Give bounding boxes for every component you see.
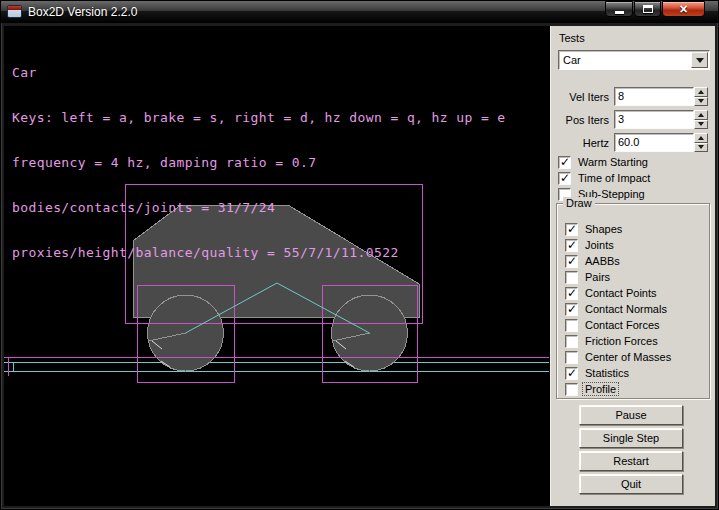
checkbox-joints[interactable]: Joints [565, 238, 616, 252]
pos-iters-increment-button[interactable] [694, 110, 708, 120]
pos-iters-decrement-button[interactable] [694, 120, 708, 130]
checkbox-label: Joints [583, 239, 616, 251]
checkbox-label: Center of Masses [583, 351, 673, 363]
proxies-stats-text: proxies/height/balance/quality = 55/7/1/… [12, 245, 506, 260]
checkbox-box-icon [565, 271, 578, 284]
single-step-button[interactable]: Single Step [579, 428, 683, 448]
checkbox-label: Contact Points [583, 287, 659, 299]
checkbox-box-icon [565, 255, 578, 268]
bodies-stats-text: bodies/contacts/joints = 31/7/24 [12, 200, 506, 215]
draw-groupbox: Draw Shapes Joints AABBs Pairs [556, 203, 710, 399]
restart-button[interactable]: Restart [579, 451, 683, 471]
app-icon [7, 5, 22, 18]
up-arrow-icon [698, 90, 704, 94]
window-content: Car Keys: left = a, brake = s, right = d… [4, 26, 715, 506]
vel-iters-label: Vel Iters [552, 91, 614, 103]
tests-label: Tests [559, 32, 585, 44]
checkbox-label: Warm Starting [576, 156, 650, 168]
debug-text-overlay: Car Keys: left = a, brake = s, right = d… [12, 35, 506, 290]
checkbox-box-icon [558, 172, 571, 185]
checkbox-box-icon [565, 239, 578, 252]
control-panel: Tests Car Vel Iters 8 Pos Iters 3 [549, 26, 715, 506]
hertz-increment-button[interactable] [694, 133, 708, 143]
up-arrow-icon [698, 113, 704, 117]
app-window: Box2D Version 2.2.0 Car Keys: left = a, … [0, 0, 719, 510]
checkbox-box-icon [565, 335, 578, 348]
checkbox-box-icon [565, 223, 578, 236]
checkbox-contact-points[interactable]: Contact Points [565, 286, 659, 300]
titlebar[interactable]: Box2D Version 2.2.0 [1, 1, 718, 23]
checkbox-label: AABBs [583, 255, 622, 267]
frequency-text: frequency = 4 hz, damping ratio = 0.7 [12, 155, 506, 170]
hertz-decrement-button[interactable] [694, 143, 708, 153]
minimize-icon [615, 11, 624, 14]
down-arrow-icon [698, 122, 704, 126]
vel-iters-increment-button[interactable] [694, 87, 708, 97]
checkbox-label: Statistics [583, 367, 631, 379]
pos-iters-spinner: Pos Iters 3 [552, 110, 712, 129]
checkbox-time-of-impact[interactable]: Time of Impact [558, 171, 652, 185]
draw-group-label: Draw [563, 197, 595, 209]
vel-iters-spinner: Vel Iters 8 [552, 87, 712, 106]
checkbox-statistics[interactable]: Statistics [565, 366, 631, 380]
checkbox-label: Profile [583, 383, 618, 395]
window-title: Box2D Version 2.2.0 [28, 5, 137, 19]
vel-iters-arrows [694, 87, 708, 106]
ground-edges [4, 362, 549, 372]
close-icon [679, 0, 687, 18]
keys-help-text: Keys: left = a, brake = s, right = d, hz… [12, 110, 506, 125]
test-select[interactable]: Car [558, 50, 710, 70]
checkbox-shapes[interactable]: Shapes [565, 222, 624, 236]
checkbox-box-icon [565, 367, 578, 380]
hertz-spinner: Hertz 60.0 [552, 133, 712, 152]
checkbox-contact-forces[interactable]: Contact Forces [565, 318, 662, 332]
checkbox-contact-normals[interactable]: Contact Normals [565, 302, 669, 316]
checkbox-label: Time of Impact [576, 172, 652, 184]
pos-iters-input[interactable]: 3 [614, 110, 694, 129]
test-select-dropdown-button[interactable] [691, 52, 708, 68]
pos-iters-label: Pos Iters [552, 114, 614, 126]
checkbox-pairs[interactable]: Pairs [565, 270, 612, 284]
hertz-label: Hertz [552, 137, 614, 149]
hertz-arrows [694, 133, 708, 152]
checkbox-box-icon [565, 303, 578, 316]
checkbox-box-icon [565, 351, 578, 364]
minimize-button[interactable] [605, 1, 633, 17]
checkbox-center-of-masses[interactable]: Center of Masses [565, 350, 673, 364]
checkbox-aabbs[interactable]: AABBs [565, 254, 622, 268]
checkbox-box-icon [565, 287, 578, 300]
vel-iters-decrement-button[interactable] [694, 97, 708, 107]
checkbox-box-icon [565, 319, 578, 332]
down-arrow-icon [698, 145, 704, 149]
checkbox-box-icon [565, 383, 578, 396]
checkbox-friction-forces[interactable]: Friction Forces [565, 334, 660, 348]
checkbox-label: Pairs [583, 271, 612, 283]
window-controls [605, 1, 705, 17]
vel-iters-input[interactable]: 8 [614, 87, 694, 106]
test-name-text: Car [12, 65, 506, 80]
maximize-button[interactable] [634, 1, 661, 17]
pause-button[interactable]: Pause [579, 405, 683, 425]
maximize-icon [643, 5, 653, 13]
test-select-value: Car [559, 54, 691, 66]
checkbox-box-icon [558, 156, 571, 169]
simulation-viewport[interactable]: Car Keys: left = a, brake = s, right = d… [4, 26, 549, 506]
checkbox-label: Friction Forces [583, 335, 660, 347]
checkbox-label: Contact Forces [583, 319, 662, 331]
quit-button[interactable]: Quit [579, 474, 683, 494]
checkbox-warm-starting[interactable]: Warm Starting [558, 155, 650, 169]
hertz-input[interactable]: 60.0 [614, 133, 694, 152]
down-arrow-icon [698, 99, 704, 103]
checkbox-label: Contact Normals [583, 303, 669, 315]
chevron-down-icon [696, 58, 704, 63]
pos-iters-arrows [694, 110, 708, 129]
close-button[interactable] [662, 1, 705, 17]
up-arrow-icon [698, 136, 704, 140]
checkbox-label: Shapes [583, 223, 624, 235]
checkbox-profile[interactable]: Profile [565, 382, 618, 396]
